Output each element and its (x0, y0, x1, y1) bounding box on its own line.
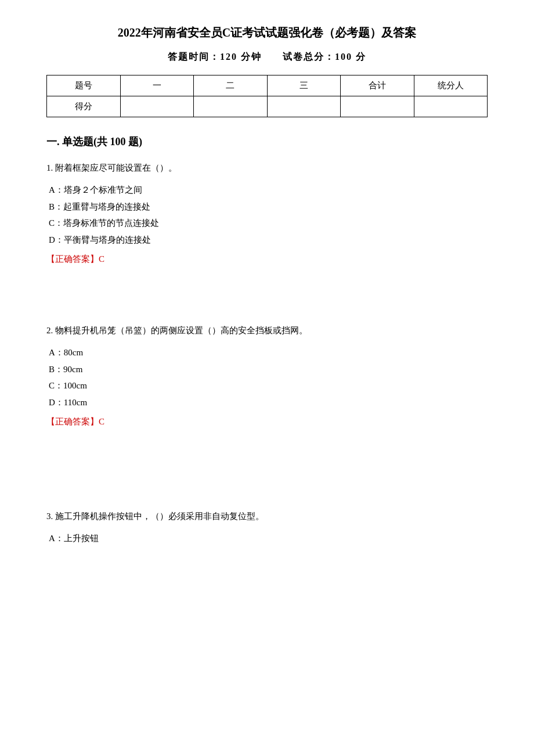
question-2-option-b: B：90cm (49, 361, 488, 378)
score-total (341, 96, 414, 117)
question-1-text: 1. 附着框架应尽可能设置在（）。 (46, 160, 488, 176)
question-1: 1. 附着框架应尽可能设置在（）。 A：塔身２个标准节之间 B：起重臂与塔身的连… (46, 160, 488, 265)
question-2-option-d: D：110cm (49, 394, 488, 411)
col-header-1: 一 (120, 75, 194, 96)
col-header-total: 合计 (341, 75, 414, 96)
question-2-text: 2. 物料提升机吊笼（吊篮）的两侧应设置（）高的安全挡板或挡网。 (46, 323, 488, 339)
score-label: 试卷总分：100 分 (283, 52, 366, 62)
col-header-3: 三 (267, 75, 341, 96)
score-col2 (194, 96, 268, 117)
question-2-option-a: A：80cm (49, 344, 488, 361)
question-2: 2. 物料提升机吊笼（吊篮）的两侧应设置（）高的安全挡板或挡网。 A：80cm … (46, 323, 488, 427)
question-2-answer: 【正确答案】C (46, 416, 488, 427)
score-col3 (267, 96, 341, 117)
col-header-2: 二 (194, 75, 268, 96)
col-header-scorer: 统分人 (414, 75, 488, 96)
exam-info: 答题时间：120 分钟 试卷总分：100 分 (46, 51, 488, 63)
question-1-option-d: D：平衡臂与塔身的连接处 (49, 232, 488, 249)
col-header-tihao: 题号 (47, 75, 121, 96)
question-2-option-c: C：100cm (49, 377, 488, 394)
score-col1 (120, 96, 194, 117)
score-scorer (414, 96, 488, 117)
question-1-option-b: B：起重臂与塔身的连接处 (49, 199, 488, 215)
section1-title: 一. 单选题(共 100 题) (46, 135, 488, 149)
row-label-defen: 得分 (47, 96, 121, 117)
question-3-option-a: A：上升按钮 (49, 530, 488, 547)
question-3: 3. 施工升降机操作按钮中，（）必须采用非自动复位型。 A：上升按钮 (46, 509, 488, 547)
score-table: 题号 一 二 三 合计 统分人 得分 (46, 75, 488, 117)
question-1-answer: 【正确答案】C (46, 254, 488, 265)
question-1-option-c: C：塔身标准节的节点连接处 (49, 215, 488, 232)
question-1-option-a: A：塔身２个标准节之间 (49, 182, 488, 199)
page-title: 2022年河南省安全员C证考试试题强化卷（必考题）及答案 (46, 23, 488, 42)
time-label: 答题时间：120 分钟 (168, 52, 262, 62)
question-3-text: 3. 施工升降机操作按钮中，（）必须采用非自动复位型。 (46, 509, 488, 524)
